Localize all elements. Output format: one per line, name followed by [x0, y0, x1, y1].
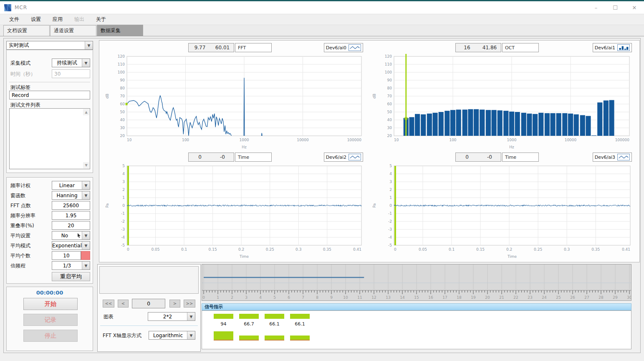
signal-level-bar [214, 314, 233, 319]
time2-device-select[interactable]: Dev6/ai2 [324, 153, 363, 162]
fft-type-select[interactable]: FFT [235, 43, 272, 52]
svg-text:10000: 10000 [565, 138, 577, 142]
svg-text:10000: 10000 [297, 138, 309, 142]
svg-text:28: 28 [599, 295, 604, 300]
svg-text:4: 4 [259, 295, 262, 300]
freq-weighting-label: 频率计权 [10, 182, 30, 189]
chart-layout-select[interactable]: 2*2▼ [148, 312, 195, 321]
pager-last-button[interactable]: >> [184, 300, 195, 308]
svg-text:10: 10 [343, 295, 348, 300]
run-group: 00:00:00 开始 记录 停止 [6, 287, 93, 351]
svg-text:5: 5 [122, 164, 125, 168]
acq-mode-select[interactable]: 持续测试 ▼ [52, 58, 90, 67]
tab-document-settings[interactable]: 文档设置 [3, 25, 50, 36]
svg-text:4: 4 [122, 172, 125, 176]
svg-text:Time: Time [239, 254, 249, 259]
time3-type-select[interactable]: Time [502, 153, 539, 162]
close-button[interactable]: ✕ [625, 1, 644, 14]
menu-application[interactable]: 应用 [47, 15, 68, 24]
tab-channel-settings[interactable]: 通道设置 [50, 25, 96, 36]
file-list-label: 测试文件列表 [10, 102, 40, 109]
fft-device-select[interactable]: Dev6/ai0 [324, 43, 363, 52]
svg-text:17: 17 [442, 295, 447, 300]
test-tag-input[interactable]: Record [9, 91, 90, 99]
octave-select[interactable]: 1/3▼ [52, 261, 90, 270]
svg-text:0.3: 0.3 [564, 247, 570, 252]
pager-next-button[interactable]: > [169, 300, 180, 308]
svg-text:15: 15 [414, 295, 419, 300]
overlap-label: 重叠率(%) [10, 222, 34, 229]
start-button[interactable]: 开始 [23, 298, 78, 310]
svg-text:0.41: 0.41 [622, 247, 630, 252]
status-panel: 0123456789101112131415161718192021222324… [202, 264, 634, 352]
avg-mode-select[interactable]: Exponential▼ [52, 241, 90, 250]
svg-text:60: 60 [120, 102, 125, 106]
pager-first-button[interactable]: << [103, 300, 114, 308]
minimize-button[interactable]: – [586, 1, 606, 14]
svg-text:1000: 1000 [240, 138, 249, 142]
svg-text:6: 6 [288, 295, 290, 300]
svg-text:0.35: 0.35 [591, 247, 600, 252]
pager-prev-button[interactable]: < [118, 300, 129, 308]
chart-panel-time2: 0-0 Time Dev6/ai2 -5-4-3-2-1012345PaTime… [103, 152, 368, 260]
menu-settings[interactable]: 设置 [25, 15, 47, 24]
chevron-down-icon: ▼ [82, 231, 90, 239]
oct-device-select[interactable]: Dev6/ai1 [593, 43, 632, 52]
scroll-down-icon[interactable]: ▼ [83, 162, 89, 168]
time-input: 30 [52, 69, 90, 78]
tab-data-acquisition[interactable]: 数据采集 [97, 25, 143, 36]
oct-plot[interactable]: 2030405060708090100110120dBHz10100100010… [370, 53, 637, 150]
svg-text:4: 4 [389, 172, 392, 176]
scroll-up-icon[interactable]: ▲ [83, 109, 89, 115]
fft-xaxis-select[interactable]: Logarithmic▼ [149, 331, 195, 340]
signal-clip-bar [214, 331, 233, 341]
svg-text:0.15: 0.15 [476, 247, 485, 252]
svg-text:3: 3 [389, 180, 392, 184]
signal-level-bar [265, 314, 284, 319]
time-label: 时间（秒） [10, 71, 35, 78]
svg-text:20: 20 [485, 295, 490, 300]
restart-average-button[interactable]: 重启平均 [52, 272, 90, 281]
fft-points-input[interactable]: 25600 [52, 201, 90, 210]
test-file-list[interactable]: ▲ ▼ [9, 108, 90, 169]
menu-file[interactable]: 文件 [3, 15, 25, 24]
chevron-down-icon: ▼ [82, 59, 90, 67]
svg-text:0.25: 0.25 [534, 247, 542, 252]
freq-resolution-input[interactable]: 1.95 [52, 211, 90, 220]
svg-text:Pa: Pa [372, 203, 376, 208]
app-logo-icon [4, 4, 11, 11]
test-mode-select[interactable]: 实时测试 ▼ [6, 41, 93, 50]
svg-text:100: 100 [449, 138, 456, 142]
record-timeline[interactable]: 0123456789101112131415161718192021222324… [202, 264, 631, 301]
menu-about[interactable]: 关于 [90, 15, 112, 24]
main-area: 实时测试 ▼ 采集模式 持续测试 ▼ 时间（秒） 30 测试标签 Record … [3, 38, 641, 353]
svg-text:9: 9 [330, 295, 333, 300]
svg-text:-4: -4 [388, 235, 392, 239]
avg-setting-label: 平均设置 [10, 232, 30, 239]
chevron-down-icon: ▼ [85, 41, 93, 49]
time3-device-select[interactable]: Dev6/ai3 [593, 153, 632, 162]
svg-text:3: 3 [245, 295, 247, 300]
oct-type-select[interactable]: OCT [502, 43, 539, 52]
freq-resolution-label: 频率分辨率 [10, 212, 35, 219]
freq-weighting-select[interactable]: Linear▼ [52, 181, 90, 190]
avg-count-label: 平均个数 [10, 252, 30, 259]
overlap-input[interactable]: 20 [52, 221, 90, 230]
svg-text:11: 11 [357, 295, 362, 300]
svg-text:0: 0 [202, 295, 205, 300]
pager-value[interactable]: 0 [132, 299, 165, 308]
svg-text:Hz: Hz [509, 145, 514, 149]
avg-count-input[interactable]: 10 [52, 251, 81, 260]
svg-text:0.1: 0.1 [449, 247, 455, 252]
time3-plot[interactable]: -5-4-3-2-1012345PaTime00.050.10.150.20.2… [370, 163, 637, 259]
window-function-select[interactable]: Hanning▼ [52, 191, 90, 200]
maximize-button[interactable]: ☐ [606, 1, 625, 14]
svg-text:100: 100 [118, 70, 125, 74]
fft-xaxis-label: FFT X轴显示方式 [103, 332, 141, 339]
time2-plot[interactable]: -5-4-3-2-1012345PaTime00.050.10.150.20.2… [103, 163, 368, 259]
avg-setting-select[interactable]: No ▼ [52, 231, 90, 240]
fft-plot[interactable]: 2030405060708090100110120dBHz10100100010… [103, 53, 368, 150]
svg-text:-3: -3 [388, 227, 392, 231]
time2-type-select[interactable]: Time [235, 153, 272, 162]
svg-text:0.25: 0.25 [266, 247, 274, 252]
